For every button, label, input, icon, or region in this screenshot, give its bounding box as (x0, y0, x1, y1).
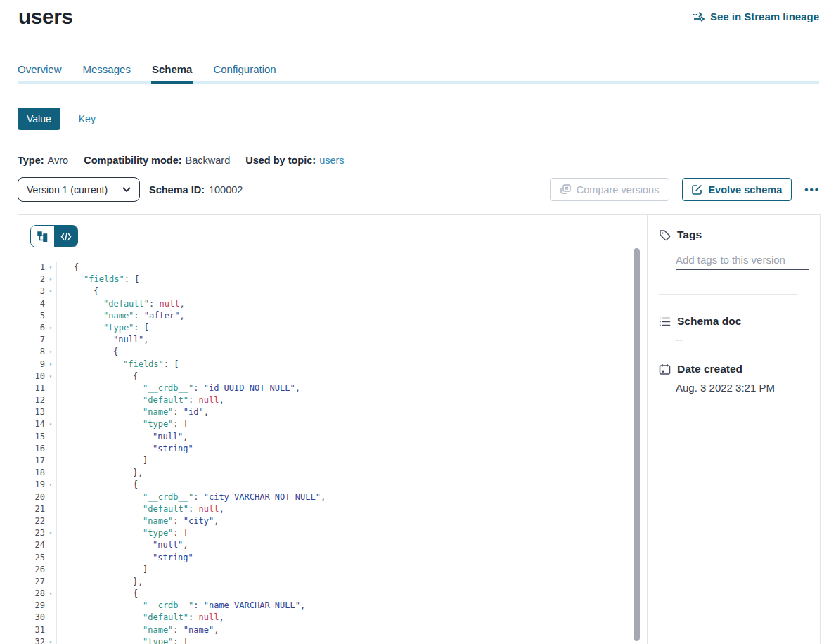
code-line: 16"string" (18, 443, 648, 455)
collapse-toggle-icon[interactable]: ▾ (45, 418, 56, 430)
code-gutter: 9▾ (18, 359, 57, 371)
code-line: 32▾"type": [ (18, 636, 648, 644)
code-gutter: 25 (18, 552, 57, 564)
line-number: 15 (18, 431, 45, 443)
line-number: 1 (18, 262, 45, 273)
line-number: 16 (18, 443, 45, 455)
code-gutter: 18 (18, 467, 57, 479)
schema-doc-header: Schema doc (659, 315, 741, 328)
code-text: "null", (57, 431, 188, 443)
line-number: 22 (18, 515, 45, 527)
code-text: "default": null, (57, 503, 224, 515)
sidebar-divider (659, 294, 798, 295)
code-gutter: 26 (18, 564, 57, 576)
line-number: 32 (18, 636, 45, 644)
tree-view-button[interactable] (31, 226, 54, 247)
collapse-toggle-icon[interactable]: ▾ (45, 371, 56, 382)
chevron-down-icon (122, 187, 131, 193)
date-created-title: Date created (677, 363, 742, 375)
value-tab-button[interactable]: Value (18, 108, 60, 130)
code-gutter: 29 (18, 600, 57, 612)
code-line: 24"null", (18, 539, 648, 551)
code-text: "fields": [ (57, 359, 179, 371)
code-line: 21"default": null, (18, 503, 648, 515)
code-line: 12"default": null, (18, 394, 648, 406)
code-gutter: 11 (18, 382, 57, 394)
compare-versions-button[interactable]: Compare versions (550, 178, 670, 201)
code-text: "type": [ (57, 322, 149, 334)
code-line: 15"null", (18, 431, 648, 443)
evolve-schema-label: Evolve schema (708, 184, 782, 195)
evolve-schema-button[interactable]: Evolve schema (682, 178, 792, 201)
more-options-button[interactable]: ••• (804, 183, 820, 195)
collapse-toggle-icon[interactable]: ▾ (45, 262, 56, 273)
code-line: 2▾"fields": [ (18, 273, 648, 285)
code-view-icon (60, 232, 72, 241)
tab-schema[interactable]: Schema (152, 63, 193, 75)
code-line: 4"default": null, (18, 298, 648, 310)
version-select[interactable]: Version 1 (current) (18, 177, 140, 202)
code-line: 1▾{ (18, 262, 648, 273)
code-text: { (57, 479, 138, 491)
key-tab-link[interactable]: Key (79, 113, 96, 124)
schema-id-value: 100002 (209, 184, 243, 195)
line-number: 9 (18, 359, 45, 371)
schema-panel: 1▾{2▾"fields": [3▾{4"default": null,5"na… (18, 214, 821, 644)
collapse-spacer (45, 394, 56, 406)
code-text: "type": [ (57, 527, 188, 539)
collapse-toggle-icon[interactable]: ▾ (45, 273, 56, 285)
collapse-spacer (45, 382, 56, 394)
code-text: { (57, 371, 138, 382)
line-number: 8 (18, 346, 45, 358)
line-number: 3 (18, 285, 45, 297)
collapse-toggle-icon[interactable]: ▾ (45, 359, 56, 371)
code-text: "string" (57, 552, 193, 564)
schema-id-label: Schema ID: (149, 184, 205, 195)
code-text: "__crdb__": "name VARCHAR NULL", (57, 600, 305, 612)
line-number: 18 (18, 467, 45, 479)
line-number: 19 (18, 479, 45, 491)
collapse-toggle-icon[interactable]: ▾ (45, 588, 56, 600)
collapse-toggle-icon[interactable]: ▾ (45, 527, 56, 539)
code-line: 30"default": null, (18, 612, 648, 624)
code-text: ] (57, 564, 148, 576)
schema-doc-title: Schema doc (677, 315, 741, 328)
stream-lineage-link[interactable]: See in Stream lineage (692, 11, 819, 22)
collapse-spacer (45, 443, 56, 455)
type-label: Type: (18, 155, 44, 166)
line-number: 5 (18, 310, 45, 322)
code-scrollbar-thumb[interactable] (634, 248, 640, 641)
code-text: "type": [ (57, 418, 188, 430)
line-number: 13 (18, 406, 45, 418)
tabs: OverviewMessagesSchemaConfiguration (18, 63, 276, 75)
code-line: 5"name": "after", (18, 310, 648, 322)
page-title: users (18, 5, 73, 29)
tab-messages[interactable]: Messages (83, 63, 131, 75)
collapse-toggle-icon[interactable]: ▾ (45, 322, 56, 334)
line-number: 25 (18, 552, 45, 564)
collapse-spacer (45, 467, 56, 479)
code-view-button[interactable] (54, 226, 77, 247)
collapse-toggle-icon[interactable]: ▾ (45, 636, 56, 644)
collapse-spacer (45, 612, 56, 624)
collapse-toggle-icon[interactable]: ▾ (45, 285, 56, 297)
code-gutter: 19▾ (18, 479, 57, 491)
code-gutter: 21 (18, 503, 57, 515)
collapse-toggle-icon[interactable]: ▾ (45, 479, 56, 491)
topic-link[interactable]: users (319, 155, 344, 166)
collapse-spacer (45, 406, 56, 418)
compare-versions-icon (560, 184, 571, 195)
tab-configuration[interactable]: Configuration (213, 63, 276, 75)
tag-icon (659, 229, 671, 241)
calendar-plus-icon (659, 363, 671, 375)
code-line: 19▾{ (18, 479, 648, 491)
collapse-toggle-icon[interactable]: ▾ (45, 346, 56, 358)
code-line: 8▾{ (18, 346, 648, 358)
code-line: 28▾{ (18, 588, 648, 600)
tab-overview[interactable]: Overview (18, 63, 62, 75)
tags-input[interactable] (676, 250, 809, 270)
code-line: 17] (18, 455, 648, 467)
code-gutter: 12 (18, 394, 57, 406)
code-line: 14▾"type": [ (18, 418, 648, 430)
code-text: "__crdb__": "city VARCHAR NOT NULL", (57, 491, 326, 503)
